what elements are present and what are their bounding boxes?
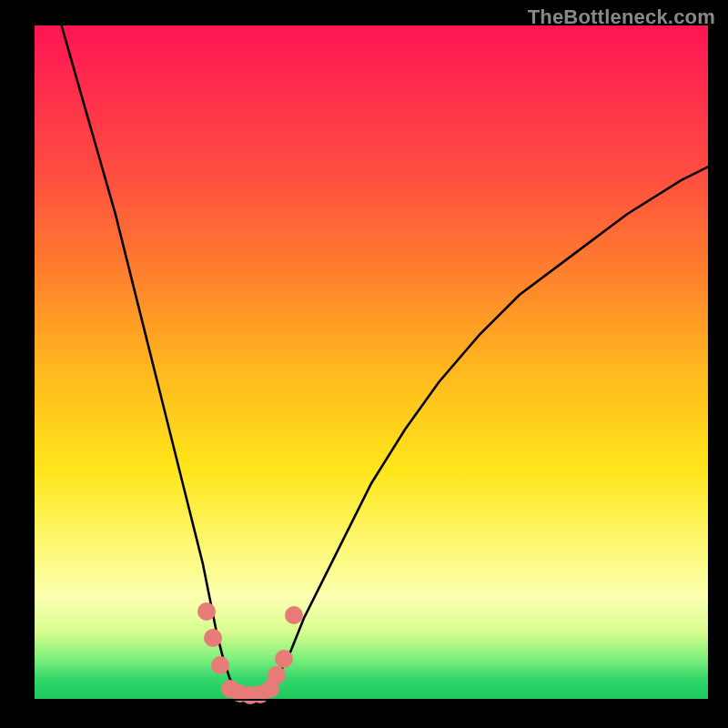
- highlight-dot: [268, 666, 286, 684]
- highlight-dot: [285, 606, 303, 624]
- y-axis: [33, 25, 35, 701]
- highlight-dot: [197, 602, 216, 621]
- chart-frame: TheBottleneck.com: [0, 0, 728, 728]
- x-axis: [33, 699, 708, 701]
- plot-area: [35, 25, 708, 699]
- highlight-dot: [211, 656, 229, 674]
- highlight-dot: [204, 629, 222, 647]
- highlight-dot: [275, 650, 293, 668]
- highlighted-dots-layer: [35, 25, 708, 699]
